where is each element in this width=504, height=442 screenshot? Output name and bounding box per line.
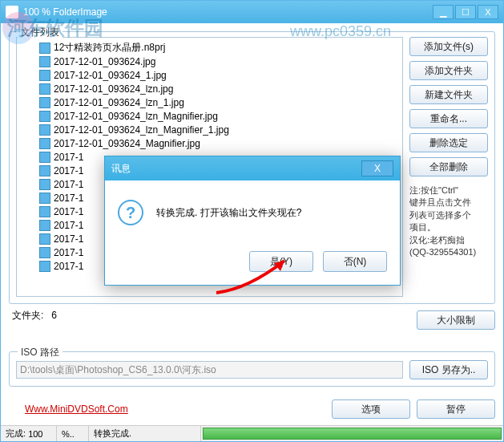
iso-path-group: ISO 路径 ISO 另存为.. [9,351,495,387]
file-name: 2017-12-01_093624_lzn_Magnifier_1.jpg [54,124,229,136]
iso-path-input[interactable] [16,361,403,379]
status-bar: 完成: 100 %.. 转换完成. [1,425,503,441]
file-name: 2017-1 [54,206,83,217]
list-item[interactable]: 2017-12-01_093624.jpg [17,55,402,68]
dialog-title: 讯息 [111,162,131,176]
minimize-button[interactable]: ▁ [433,5,454,19]
list-item[interactable]: 2017-12-01_093624_1.jpg [17,68,402,82]
new-folder-button[interactable]: 新建文件夹 [409,85,488,104]
dialog-titlebar[interactable]: 讯息 X [105,156,400,180]
dialog-close-button[interactable]: X [361,160,393,176]
watermark-logo [2,12,34,44]
status-message: 转换完成. [89,426,201,441]
delete-selected-button[interactable]: 删除选定 [409,133,488,152]
add-folder-button[interactable]: 添加文件夹 [409,61,488,80]
file-icon [39,138,50,149]
file-icon [39,233,50,245]
progress-bar [203,428,502,440]
no-button[interactable]: 否(N) [323,251,387,272]
file-icon [39,220,50,231]
file-icon [39,83,50,95]
pause-button[interactable]: 暂停 [417,399,495,419]
file-icon [39,206,50,217]
file-icon [39,261,50,272]
hint-text: 注:按住"Ctrl" 键并且点击文件 列表可选择多个 项目。 汉化:老朽痴拙 (… [409,185,488,258]
list-item[interactable]: 2017-12-01_093624_lzn_Magnifier.jpg [17,109,402,123]
file-icon [39,43,50,54]
file-icon [39,124,50,136]
file-name: 2017-1 [54,152,83,163]
window-title: 100 % FolderImage [23,6,107,18]
file-icon [39,70,50,81]
file-name: 2017-12-01_093624.jpg [54,56,155,67]
file-name: 2017-1 [54,220,83,231]
delete-all-button[interactable]: 全部删除 [409,157,488,176]
file-name: 12寸精装跨页水晶册.n8prj [54,41,165,55]
file-icon [39,56,50,67]
list-item[interactable]: 2017-12-01_093624_lzn.jpg [17,82,402,95]
size-limit-button[interactable]: 大小限制 [417,310,495,330]
list-item[interactable]: 2017-12-01_093624_lzn_1.jpg [17,95,402,109]
file-icon [39,193,50,204]
file-icon [39,247,50,258]
list-item[interactable]: 2017-12-01_093624_Magnifier.jpg [17,136,402,150]
file-name: 2017-12-01_093624_1.jpg [54,70,167,81]
rename-button[interactable]: 重命名... [409,109,488,128]
file-icon [39,165,50,176]
status-done-label: 完成: 100 [1,426,57,441]
list-item[interactable]: 2017-12-01_093624_lzn_Magnifier_1.jpg [17,123,402,136]
close-button[interactable]: X [478,5,498,19]
file-name: 2017-1 [54,233,83,245]
message-dialog: 讯息 X ? 转换完成. 打开该输出文件夹现在? 是(Y) 否(N) [104,156,401,286]
file-icon [39,179,50,190]
status-unit: %.. [57,426,89,441]
file-name: 2017-1 [54,261,83,272]
dialog-message: 转换完成. 打开该输出文件夹现在? [156,206,301,220]
file-icon [39,97,50,108]
yes-button[interactable]: 是(Y) [249,251,313,272]
file-name: 2017-12-01_093624_lzn.jpg [54,83,173,95]
titlebar[interactable]: 100 % FolderImage ▁ ☐ X [1,1,503,23]
file-name: 2017-12-01_093624_Magnifier.jpg [54,138,200,149]
list-item[interactable]: 12寸精装跨页水晶册.n8prj [17,41,402,55]
add-files-button[interactable]: 添加文件(s) [409,37,488,56]
file-name: 2017-12-01_093624_lzn_1.jpg [54,97,184,108]
file-name: 2017-1 [54,165,83,176]
website-link[interactable]: Www.MiniDVDSoft.Com [9,403,325,415]
iso-group-label: ISO 路径 [18,346,62,359]
maximize-button[interactable]: ☐ [455,5,476,19]
info-icon: ? [118,200,143,225]
file-icon [39,111,50,122]
file-name: 2017-12-01_093624_lzn_Magnifier.jpg [54,111,218,122]
file-name: 2017-1 [54,179,83,190]
file-icon [39,152,50,163]
options-button[interactable]: 选项 [332,399,410,419]
file-name: 2017-1 [54,247,83,258]
file-name: 2017-1 [54,193,83,204]
iso-save-as-button[interactable]: ISO 另存为.. [409,360,488,379]
